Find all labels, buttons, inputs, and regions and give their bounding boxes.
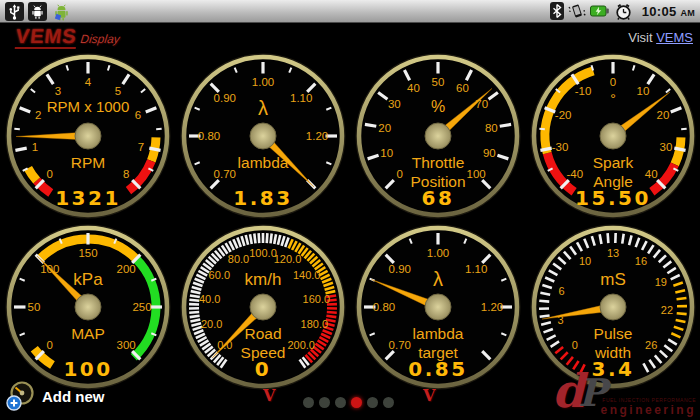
gauge-tick-label: 3 (54, 85, 60, 97)
gauge-road-speed[interactable]: 0.020.040.060.080.0100.0120.0140.0160.01… (178, 222, 348, 392)
gauge-tick-label: 0 (396, 168, 402, 180)
gauge-value: 15.50 (575, 186, 651, 210)
gauge-tick-label: 20.0 (200, 317, 221, 329)
page-dot[interactable] (383, 397, 394, 408)
page-dot[interactable] (303, 397, 314, 408)
gauge-tick-label: 4 (84, 76, 91, 88)
clock: 10:05 AM (642, 4, 695, 19)
gauge-tick-label: 1.10 (464, 262, 486, 274)
gauge-tick (274, 234, 276, 244)
page-dot[interactable] (351, 397, 362, 408)
gauge-tick-label: 200.0 (287, 339, 315, 351)
gauge-tick-label: 1 (31, 140, 37, 152)
gauge-title: km/h (244, 269, 281, 288)
gauge-tick-label: 0.90 (388, 262, 410, 274)
gauge-tick-label: 1.00 (251, 76, 273, 88)
gauge-tick-label: 10 (636, 85, 649, 97)
gauge-hub (600, 123, 626, 149)
gauge-tick (266, 233, 267, 243)
gauge-tick-label: 250 (132, 301, 151, 313)
gauge-tick (676, 298, 686, 299)
gauge-tick (540, 148, 551, 150)
gauge-lambda-target[interactable]: 0.700.800.901.001.101.20λlambdatarget0.8… (353, 222, 523, 392)
gauge-tick-label: 150 (78, 247, 97, 259)
gauge-tick-label: 6 (134, 109, 140, 121)
gauge-tick-label: 80.0 (227, 252, 248, 264)
gauge-tick-label: -20 (554, 109, 571, 121)
gauge-title: kPa (73, 269, 103, 288)
gauge-hub (75, 123, 101, 149)
gauge-tick (15, 148, 26, 150)
gauge-title: % (430, 97, 444, 114)
gauge-tick-label: 7 (137, 140, 143, 152)
gauge-tick-label: 80 (484, 121, 497, 133)
gauge-tick-label: 120.0 (273, 252, 301, 264)
gauge-tick-label: 2 (34, 109, 40, 121)
gauge-hub (75, 294, 101, 320)
gauge-tick-label: 13 (606, 247, 618, 259)
gauge-tick (156, 128, 161, 129)
gauge-hub (250, 294, 276, 320)
page-dot[interactable] (319, 397, 330, 408)
visit-vems: Visit VEMS (628, 30, 693, 45)
gauge-title: λ (433, 268, 443, 290)
gauge-tick (14, 128, 19, 129)
visit-vems-link[interactable]: VEMS (656, 30, 693, 45)
gauge-spark-angle[interactable]: -40-30-20-10010203040°SparkAngle15.50 (528, 51, 698, 221)
gauge-tick (189, 315, 199, 316)
add-new-label: Add new (42, 388, 105, 405)
time-period: AM (680, 8, 695, 18)
gauge-tick-label: 0 (46, 168, 52, 180)
gauge-svg-rpm: 012345678RPM x 1000RPM1321 (3, 51, 173, 221)
gauge-tick (270, 233, 271, 243)
gauge-value: 1321 (55, 186, 121, 210)
gauge-tick-label: 0.70 (213, 168, 235, 180)
gauge-tick-label: 1.10 (289, 91, 311, 103)
page-dot[interactable] (335, 397, 346, 408)
gauge-tick (499, 124, 510, 126)
gauge-tick (599, 234, 601, 244)
gauge-title: ° (610, 91, 616, 107)
gauge-tick (254, 233, 255, 243)
vems-logo-text: VEMS (15, 25, 78, 49)
gauge-tick-label: 160.0 (302, 292, 330, 304)
vems-display-logo: VEMSDisplay (15, 25, 121, 48)
vems-mark-left: V (263, 386, 275, 405)
gauge-map[interactable]: 050100150200250300kPaMAP100 (3, 222, 173, 392)
status-bar[interactable]: 10:05 AM (0, 0, 700, 23)
gauge-tick-label: 60.0 (208, 269, 229, 281)
gauge-tick-label: 40 (644, 168, 657, 180)
visit-text: Visit (628, 30, 652, 45)
usb-icon (5, 2, 24, 21)
gauge-value: 1.83 (233, 186, 292, 210)
gauge-name-label: RPM (70, 153, 104, 170)
gauge-throttle-position[interactable]: 0102030405060708090100%ThrottlePosition6… (353, 51, 523, 221)
page-indicator (303, 397, 394, 408)
gauge-svg-lambda-target: 0.700.800.901.001.101.20λlambdatarget0.8… (353, 222, 523, 392)
gauge-tick (189, 312, 199, 313)
gauge-tick-label: 100.0 (249, 247, 277, 259)
gauge-tick (622, 233, 623, 243)
gauge-tick-label: 19 (654, 275, 666, 287)
gauge-lambda[interactable]: 0.700.800.901.001.101.20λlambda1.83 (178, 51, 348, 221)
gauge-tick-label: 140.0 (292, 269, 320, 281)
gauge-hub (600, 294, 626, 320)
gauge-tick (258, 233, 259, 243)
gauge-tick-label: 0.80 (197, 130, 219, 142)
gauge-tick (539, 128, 544, 129)
gauge-tick (676, 313, 686, 314)
gauge-value: 68 (421, 186, 454, 210)
dp-logo-name: engineering (600, 403, 696, 417)
gauge-tick-label: 6 (558, 284, 564, 296)
gauge-grid: 012345678RPM x 1000RPM1321 0.700.800.901… (0, 50, 700, 392)
alarm-icon (614, 2, 633, 21)
gauge-name-label: Road (244, 324, 281, 341)
add-new-button[interactable]: Add new (6, 381, 105, 411)
gauge-rpm[interactable]: 012345678RPM x 1000RPM1321 (3, 51, 173, 221)
app-robot-icon (51, 1, 72, 22)
page-dot[interactable] (367, 397, 378, 408)
vibrate-icon (568, 2, 586, 20)
gauge-tick-label: -10 (574, 85, 591, 97)
status-bar-left (0, 1, 77, 22)
gauge-name-label: lambda (412, 324, 463, 341)
